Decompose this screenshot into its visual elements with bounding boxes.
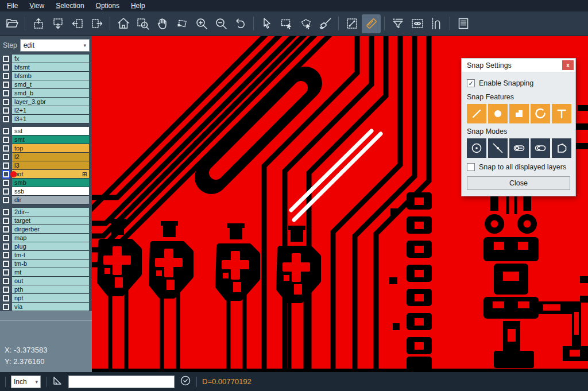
close-button[interactable]: Close — [467, 176, 570, 190]
layer-visibility-checkbox[interactable] — [3, 295, 9, 301]
filter-button[interactable] — [388, 14, 407, 33]
snap-settings-button[interactable] — [427, 14, 446, 33]
layer-label[interactable]: ssb — [12, 187, 89, 196]
layer-visibility-checkbox[interactable] — [3, 252, 9, 258]
layer-row[interactable]: l2 — [0, 153, 92, 161]
layer-label[interactable]: l3+1 — [12, 115, 89, 123]
layer-row[interactable]: out — [0, 277, 92, 285]
layer-label[interactable]: npt — [12, 294, 89, 303]
layer-row[interactable]: map — [0, 234, 92, 242]
layer-visibility-checkbox[interactable] — [3, 73, 9, 79]
snap-mode-outline-button[interactable] — [552, 138, 571, 158]
step-select[interactable]: edit ▾ — [20, 39, 90, 52]
layer-row[interactable]: bfsmt — [0, 63, 92, 72]
menu-file[interactable]: File — [1, 1, 24, 11]
layer-visibility-checkbox[interactable] — [3, 154, 9, 160]
layer-visibility-checkbox[interactable] — [3, 128, 9, 134]
layer-label[interactable]: l2+1 — [12, 106, 89, 115]
layer-row[interactable]: mt — [0, 268, 92, 277]
layer-row[interactable]: ssb — [0, 187, 92, 196]
snap-feature-line-button[interactable] — [467, 104, 486, 123]
zoom-in-button[interactable] — [192, 14, 211, 33]
layer-row[interactable]: smt — [0, 136, 92, 144]
layer-row[interactable]: sst — [0, 127, 92, 136]
layer-label[interactable]: smd_b — [12, 89, 89, 98]
layer-visibility-checkbox[interactable] — [3, 218, 9, 224]
layer-visibility-checkbox[interactable] — [3, 90, 9, 96]
layer-row[interactable]: smd_t — [0, 80, 92, 89]
open-file-button[interactable] — [2, 14, 21, 33]
pcb-canvas[interactable]: Snap Settings x ✓ Enable Snapping Snap F… — [92, 36, 588, 372]
layer-visibility-checkbox[interactable] — [3, 304, 9, 310]
snap-mode-point-on-line-button[interactable] — [488, 138, 508, 158]
layer-visibility-checkbox[interactable] — [3, 116, 9, 122]
snap-feature-text-button[interactable] — [552, 104, 571, 123]
layer-row[interactable]: layer_3.gbr — [0, 98, 92, 106]
layer-row[interactable]: via — [0, 303, 92, 311]
layer-row[interactable]: smd_b — [0, 89, 92, 98]
layer-visibility-checkbox[interactable] — [3, 269, 9, 276]
layer-label[interactable]: via — [12, 303, 89, 311]
layer-label[interactable]: bfsmt — [12, 63, 89, 72]
layer-visibility-checkbox[interactable] — [3, 64, 9, 71]
pan-down-button[interactable] — [48, 14, 67, 33]
layer-label[interactable]: dirgerber — [12, 225, 89, 234]
layer-label[interactable]: out — [12, 277, 89, 285]
unit-select[interactable]: Inch ▾ — [11, 375, 41, 388]
layer-visibility-checkbox[interactable] — [3, 56, 9, 62]
layer-row[interactable]: tm-t — [0, 251, 92, 260]
zoom-window-button[interactable] — [133, 14, 152, 33]
snap-mode-center-button[interactable] — [467, 138, 486, 158]
menu-selection[interactable]: Selection — [50, 1, 90, 11]
layer-label[interactable]: bot⊞ — [12, 170, 89, 179]
layer-visibility-checkbox[interactable] — [3, 137, 9, 143]
layer-row[interactable]: smb — [0, 179, 92, 187]
layer-visibility-checkbox[interactable] — [3, 287, 9, 293]
measure-point-to-point-button[interactable] — [342, 14, 361, 33]
layer-label[interactable]: l3 — [12, 161, 89, 170]
layer-visibility-checkbox[interactable] — [3, 278, 9, 284]
select-rectangle-button[interactable] — [277, 14, 296, 33]
layer-label[interactable]: smt — [12, 136, 89, 144]
menu-view[interactable]: View — [24, 1, 50, 11]
layer-row[interactable]: dir — [0, 196, 92, 204]
snap-feature-circle-button[interactable] — [488, 104, 508, 123]
snap-dialog-titlebar[interactable]: Snap Settings x — [462, 59, 575, 72]
measure-ruler-button[interactable] — [362, 14, 381, 33]
layer-label[interactable]: tm-b — [12, 260, 89, 268]
layer-label[interactable]: plug — [12, 242, 89, 251]
layer-row[interactable]: pth — [0, 285, 92, 294]
layer-label[interactable]: map — [12, 234, 89, 242]
menu-options[interactable]: Options — [90, 1, 125, 11]
layer-visibility-checkbox[interactable] — [3, 197, 9, 203]
snap-all-layers-row[interactable]: Snap to all displayed layers — [467, 163, 570, 171]
layer-visibility-checkbox[interactable] — [3, 226, 9, 233]
zoom-out-button[interactable] — [211, 14, 230, 33]
layer-row[interactable]: dirgerber — [0, 225, 92, 234]
layer-visibility-checkbox[interactable] — [3, 261, 9, 267]
angle-mode-button[interactable] — [52, 375, 63, 389]
layer-label[interactable]: 2dir-- — [12, 208, 89, 216]
pan-right-button[interactable] — [87, 14, 106, 33]
enable-snapping-row[interactable]: ✓ Enable Snapping — [467, 79, 570, 87]
layer-visibility-checkbox[interactable] — [3, 243, 9, 250]
snap-mode-slot-button[interactable] — [509, 138, 529, 158]
layer-visibility-checkbox[interactable] — [3, 99, 9, 105]
pan-left-button[interactable] — [68, 14, 87, 33]
layer-label[interactable]: bfsmb — [12, 72, 89, 80]
layer-visibility-checkbox[interactable] — [3, 188, 9, 195]
layer-label[interactable]: smb — [12, 179, 89, 187]
layer-row[interactable]: tm-b — [0, 260, 92, 268]
menu-help[interactable]: Help — [125, 1, 151, 11]
clear-selection-button[interactable] — [316, 14, 335, 33]
layer-visibility-checkbox[interactable] — [3, 82, 9, 88]
layer-row[interactable]: fx — [0, 55, 92, 63]
layer-row[interactable]: l3+1 — [0, 115, 92, 123]
pan-hand-button[interactable] — [153, 14, 172, 33]
layer-label[interactable]: tm-t — [12, 251, 89, 260]
layer-label[interactable]: layer_3.gbr — [12, 98, 89, 106]
layer-visibility-checkbox[interactable] — [3, 171, 9, 177]
layer-label[interactable]: mt — [12, 268, 89, 277]
apply-button[interactable] — [180, 375, 191, 389]
command-input[interactable] — [68, 375, 175, 388]
